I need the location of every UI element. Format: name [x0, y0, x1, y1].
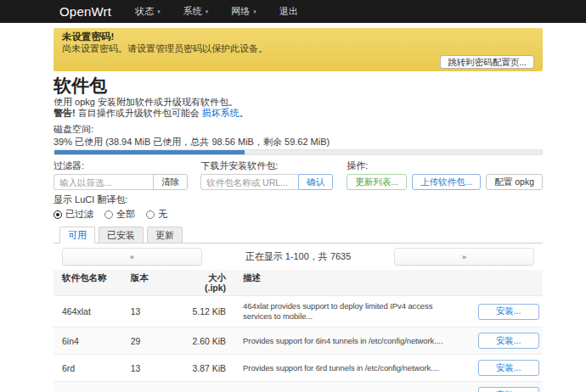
package-version: 29: [122, 328, 181, 355]
pagination-info: 正在显示 1-100，共 7635: [202, 250, 394, 263]
chevron-down-icon: ▾: [206, 8, 209, 15]
radio-all[interactable]: 全部: [104, 208, 135, 221]
disk-usage-progressbar: [54, 149, 543, 155]
openwrt-logo[interactable]: OpenWrt: [59, 4, 111, 19]
header-actions: [470, 270, 543, 296]
disk-usage-progress-fill: [54, 150, 245, 154]
package-size: 1.81 KiB: [181, 382, 234, 392]
disk-space-label: 磁盘空间:: [54, 124, 543, 134]
radio-button-icon: [104, 210, 113, 219]
banner-title: 未设置密码!: [62, 31, 534, 42]
clear-filter-button[interactable]: 清除: [153, 174, 188, 190]
top-navbar: OpenWrt 状态 ▾ 系统 ▾ 网络 ▾ 退出: [0, 0, 586, 23]
package-name: 6to4: [54, 382, 122, 392]
update-lists-button[interactable]: 更新列表...: [347, 174, 407, 190]
package-description: Provides support for 6rd tunnels in /etc…: [234, 355, 469, 382]
nav-item-network[interactable]: 网络 ▾: [231, 5, 256, 18]
package-name: 464xlat: [54, 296, 122, 328]
prev-page-button[interactable]: «: [62, 248, 202, 266]
nav-item-logout[interactable]: 退出: [279, 5, 298, 18]
table-row: 6to4 13 1.81 KiB Provides support for 6t…: [54, 382, 543, 392]
filter-label: 过滤器:: [54, 160, 188, 171]
page-title: 软件包: [54, 76, 543, 94]
damage-system-link[interactable]: 损坏系统: [202, 108, 239, 118]
nav-item-system[interactable]: 系统 ▾: [183, 5, 209, 18]
page-intro: 使用 opkg 安装附加软件或升级现有软件包。: [54, 97, 543, 108]
chevron-down-icon: ▾: [253, 8, 256, 15]
tab-updates[interactable]: 更新: [147, 227, 183, 244]
header-description: 描述: [234, 270, 469, 296]
radio-button-icon: [146, 210, 155, 219]
filter-input[interactable]: [54, 174, 154, 190]
package-version: 13: [122, 355, 181, 382]
table-header-row: 软件包名称 版本 大小 (.ipk) 描述: [54, 270, 543, 296]
package-size: 2.60 KiB: [181, 328, 234, 355]
package-url-input[interactable]: [200, 174, 299, 190]
pagination: « 正在显示 1-100，共 7635 »: [54, 248, 543, 266]
install-button[interactable]: 安装...: [478, 333, 539, 349]
radio-button-icon: [54, 210, 62, 219]
package-description: Provides support for 6to4 tunnels in /et…: [234, 382, 469, 392]
banner-message: 尚未设置密码。请设置管理员密码以保护此设备。: [62, 43, 534, 54]
next-page-button[interactable]: »: [394, 248, 534, 266]
package-size: 5.12 KiB: [181, 296, 234, 328]
header-size: 大小 (.ipk): [181, 270, 234, 296]
radio-none[interactable]: 无: [146, 208, 167, 221]
disk-usage-text: 39% 已使用 (38.94 MiB 已使用，总共 98.56 MiB，剩余 5…: [54, 137, 543, 147]
upload-package-button[interactable]: 上传软件包...: [412, 174, 481, 190]
package-name: 6rd: [54, 355, 122, 382]
password-warning-banner: 未设置密码! 尚未设置密码。请设置管理员密码以保护此设备。 跳转到密码配置页..…: [54, 28, 543, 71]
actions-label: 操作:: [347, 160, 543, 171]
header-version: 版本: [122, 270, 181, 296]
tab-installed[interactable]: 已安装: [99, 227, 144, 244]
package-version: 13: [122, 296, 181, 328]
package-size: 3.87 KiB: [181, 355, 234, 382]
header-package-name: 软件包名称: [54, 270, 122, 296]
nav-item-status[interactable]: 状态 ▾: [135, 5, 161, 18]
go-to-password-config-button[interactable]: 跳转到密码配置页...: [440, 55, 534, 69]
package-version: 13: [122, 382, 181, 392]
package-table: 软件包名称 版本 大小 (.ipk) 描述 464xlat 13 5.12 Ki…: [54, 270, 543, 392]
page-warning: 警告! 盲目操作或升级软件包可能会 损坏系统。: [54, 108, 543, 119]
luci-translations-label: 显示 LuCI 翻译包:: [54, 194, 543, 204]
package-name: 6in4: [54, 328, 122, 355]
table-row: 6in4 29 2.60 KiB Provides support for 6i…: [54, 328, 543, 355]
install-button[interactable]: 安装...: [478, 304, 539, 320]
install-button[interactable]: 安装...: [478, 387, 539, 392]
download-install-label: 下载并安装软件包:: [200, 160, 333, 171]
package-description: Provides support for 6in4 tunnels in /et…: [234, 328, 469, 355]
table-row: 464xlat 13 5.12 KiB 464xlat provides sup…: [54, 296, 543, 328]
table-row: 6rd 13 3.87 KiB Provides support for 6rd…: [54, 355, 543, 382]
confirm-download-button[interactable]: 确认: [298, 174, 333, 190]
chevron-down-icon: ▾: [157, 8, 161, 15]
install-button[interactable]: 安装...: [478, 360, 539, 376]
package-description: 464xlat provides support to deploy limit…: [234, 296, 469, 328]
tab-available[interactable]: 可用: [59, 227, 95, 244]
package-tabs: 可用 已安装 更新: [54, 227, 543, 244]
radio-filtered[interactable]: 已过滤: [54, 208, 93, 221]
configure-opkg-button[interactable]: 配置 opkg: [486, 174, 543, 190]
